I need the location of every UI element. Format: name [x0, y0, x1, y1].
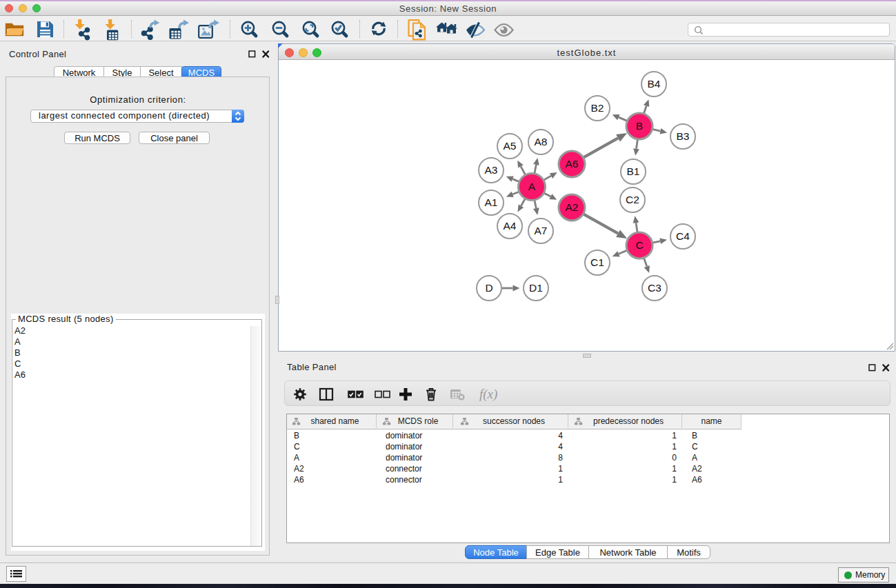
svg-text:B4: B4	[648, 78, 661, 90]
svg-text:B1: B1	[627, 165, 640, 177]
svg-text:A5: A5	[504, 140, 517, 152]
svg-text:A8: A8	[535, 136, 548, 148]
svg-text:A1: A1	[485, 196, 498, 208]
svg-text:B: B	[636, 120, 643, 132]
svg-text:A3: A3	[485, 164, 498, 176]
svg-text:A4: A4	[504, 220, 517, 232]
svg-text:A: A	[528, 181, 536, 192]
svg-text:C: C	[635, 239, 643, 251]
svg-text:D: D	[485, 282, 492, 294]
svg-text:A6: A6	[566, 158, 579, 170]
svg-text:C1: C1	[590, 256, 604, 268]
svg-text:C2: C2	[626, 194, 639, 205]
svg-text:f(x): f(x)	[479, 387, 497, 402]
svg-text:C3: C3	[648, 282, 661, 294]
svg-text:C4: C4	[676, 230, 690, 242]
svg-text:D1: D1	[529, 282, 543, 294]
svg-text:B2: B2	[591, 102, 604, 114]
svg-text:B3: B3	[677, 130, 690, 142]
svg-text:A7: A7	[535, 225, 548, 236]
svg-text:A2: A2	[566, 201, 579, 213]
